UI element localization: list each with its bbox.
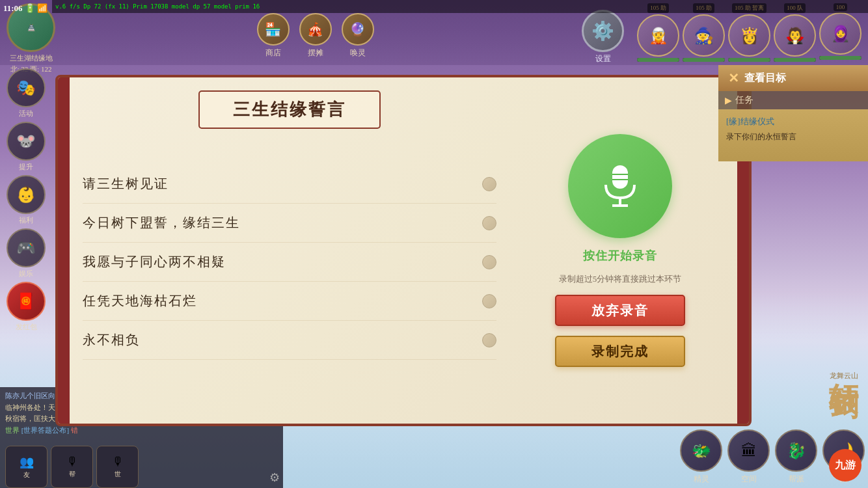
main-dialog: 三生结缘誓言 请三生树见证 今日树下盟誓，缘结三生 我愿与子同心两不相疑	[55, 75, 752, 426]
task-content: [缘]结缘仪式 录下你们的永恒誓言	[718, 109, 868, 161]
guild2-button[interactable]: 🐉 帮派	[775, 429, 817, 485]
stall-label: 摆摊	[308, 47, 323, 59]
vow-item-1: 请三生树见证	[83, 165, 496, 204]
brand-sub: 龙舞云山	[829, 371, 858, 381]
entertainment-label: 娱乐	[19, 269, 33, 278]
summon-label: 唤灵	[350, 47, 366, 59]
sprite-icon: 🐲	[680, 429, 722, 472]
task-desc: 录下你们的永恒誓言	[726, 131, 860, 142]
close-panel-button[interactable]: ✕	[728, 70, 739, 86]
menu-item-stall[interactable]: 🎪 摆摊	[299, 13, 332, 59]
shop-label: 商店	[265, 47, 281, 59]
stall-icon: 🎪	[299, 13, 332, 46]
right-panel: ✕ 查看目标 ▶ 任务 [缘]结缘仪式 录下你们的永恒誓言	[718, 65, 868, 161]
guild2-icon: 🐉	[775, 429, 817, 472]
friends-label: 友	[23, 470, 30, 480]
dialog-paper: 三生结缘誓言 请三生树见证 今日树下盟誓，缘结三生 我愿与子同心两不相疑	[55, 75, 752, 426]
vow-text-3: 我愿与子同心两不相疑	[83, 253, 469, 271]
svg-rect-0	[612, 165, 628, 189]
vow-item-5: 永不相负	[83, 321, 496, 360]
vow-checkbox-2	[482, 216, 496, 230]
sidebar-item-activity[interactable]: 🎭 活动	[3, 68, 49, 118]
welfare-icon: 👶	[7, 175, 46, 214]
complete-recording-button[interactable]: 录制完成	[555, 336, 685, 367]
vow-text-1: 请三生树见证	[83, 175, 469, 193]
settings-icon[interactable]: ⚙️	[582, 10, 624, 52]
shop-icon: 🏪	[257, 13, 290, 46]
upgrade-label: 提升	[19, 162, 33, 172]
task-title[interactable]: [缘]结缘仪式	[726, 116, 860, 128]
avatar-3-image: 👸	[728, 14, 770, 57]
guild-label: 帮	[69, 470, 75, 479]
debug-text: v.6 f/s Dp 72 (fx 11) Prim 17038 model d…	[55, 3, 260, 10]
avatar-5-image: 🧕	[819, 12, 861, 55]
avatar-2-image: 🧙	[683, 14, 725, 57]
summon-icon: 🔮	[342, 13, 374, 46]
guild-button[interactable]: 🎙 帮	[51, 446, 93, 488]
vow-item-2: 今日树下盟誓，缘结三生	[83, 204, 496, 243]
entertainment-icon: 🎮	[7, 228, 46, 267]
avatar-2-hp-bar	[683, 58, 725, 62]
vow-item-3: 我愿与子同心两不相疑	[83, 243, 496, 282]
avatar-1-image: 🧝	[637, 14, 679, 57]
debug-bar: v.6 f/s Dp 72 (fx 11) Prim 17038 model d…	[52, 0, 868, 13]
abandon-recording-button[interactable]: 放弃录音	[555, 295, 685, 326]
dialog-right: 按住开始录音 录制超过5分钟将直接跳过本环节 放弃录音 录制完成	[516, 90, 724, 411]
vow-checkbox-1	[482, 177, 496, 191]
dialog-content: 三生结缘誓言 请三生树见证 今日树下盟誓，缘结三生 我愿与子同心两不相疑	[70, 77, 737, 424]
world-label: 世	[115, 470, 121, 479]
dialog-title: 三生结缘誓言	[219, 98, 360, 121]
sidebar-item-welfare[interactable]: 👶 福利	[3, 175, 49, 225]
vow-item-4: 任凭天地海枯石烂	[83, 282, 496, 321]
settings-label: 设置	[595, 53, 611, 64]
location-name: 三生湖结缘地	[7, 53, 55, 63]
menu-item-summon[interactable]: 🔮 唤灵	[342, 13, 374, 59]
avatar-5-hp-bar	[819, 56, 861, 60]
avatar-3-hp-bar	[728, 58, 770, 62]
vow-text-4: 任凭天地海枯石烂	[83, 292, 469, 310]
upgrade-icon: 🐭	[7, 122, 46, 161]
sidebar-item-entertainment[interactable]: 🎮 娱乐	[3, 228, 49, 278]
vow-checkbox-3	[482, 255, 496, 269]
vow-list: 请三生树见证 今日树下盟誓，缘结三生 我愿与子同心两不相疑 任凭天地海枯石烂	[83, 165, 496, 360]
sprite-label: 精灵	[694, 474, 709, 485]
red-packet-label: 发红包	[16, 322, 37, 332]
brand-name: 轩辕剑	[829, 359, 858, 369]
vow-checkbox-4	[482, 294, 496, 308]
world-button[interactable]: 🎙 世	[96, 446, 139, 488]
left-sidebar: 🎭 活动 🐭 提升 👶 福利 🎮 娱乐 🧧 发红包	[0, 65, 52, 335]
vow-text-2: 今日树下盟誓，缘结三生	[83, 214, 469, 232]
sidebar-item-red-packet[interactable]: 🧧 发红包	[3, 282, 49, 332]
menu-item-shop[interactable]: 🏪 商店	[257, 13, 290, 59]
guild2-label: 帮派	[789, 474, 804, 485]
chat-settings-button[interactable]: ⚙	[269, 470, 280, 485]
location-info: 🏯 三生湖结缘地 北: 32 西: 122	[7, 3, 55, 74]
jiuyou-logo: 九游	[829, 449, 861, 481]
avatar-1-hp-bar	[637, 58, 679, 62]
record-hint: 按住开始录音	[583, 248, 657, 264]
mic-svg-icon	[594, 160, 646, 212]
vow-text-5: 永不相负	[83, 331, 469, 349]
record-note: 录制超过5分钟将直接跳过本环节	[559, 273, 682, 285]
space-icon: 🏛	[727, 429, 770, 472]
mic-circle[interactable]	[568, 134, 672, 238]
panel-header: ✕ 查看目标	[718, 65, 868, 91]
space-label: 空间	[741, 474, 757, 485]
sprite-button[interactable]: 🐲 精灵	[680, 429, 722, 485]
activity-label: 活动	[19, 109, 33, 118]
top-menu: 🏪 商店 🎪 摆摊 🔮 唤灵	[62, 13, 569, 59]
space-button[interactable]: 🏛 空间	[727, 429, 770, 485]
jiuyou-text: 九游	[835, 459, 856, 472]
border-left	[58, 77, 70, 424]
activity-icon: 🎭	[7, 68, 46, 107]
brand-logo-area: 轩辕剑 龙舞云山	[829, 359, 858, 381]
friends-button[interactable]: 👥 友	[5, 446, 47, 488]
time-display: 11:06 🔋 📶	[3, 3, 47, 14]
red-packet-icon: 🧧	[7, 282, 46, 321]
panel-title: 查看目标	[744, 72, 786, 85]
sidebar-item-upgrade[interactable]: 🐭 提升	[3, 122, 49, 172]
welfare-label: 福利	[19, 215, 33, 225]
dialog-left: 三生结缘誓言 请三生树见证 今日树下盟誓，缘结三生 我愿与子同心两不相疑	[83, 90, 496, 411]
avatar-4-hp-bar	[774, 58, 816, 62]
vow-checkbox-5	[482, 333, 496, 347]
